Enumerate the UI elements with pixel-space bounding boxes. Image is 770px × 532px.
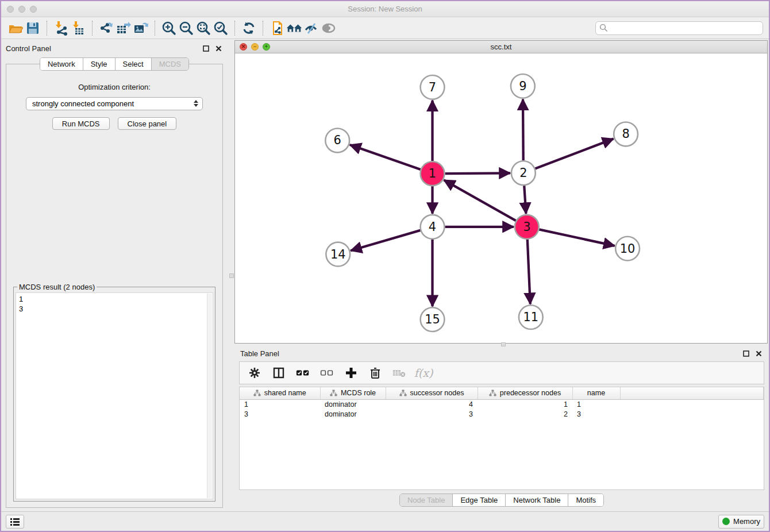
graph-node-4[interactable]: 4 <box>421 215 445 239</box>
splitter-grip[interactable] <box>229 273 234 278</box>
column-header-predecessor-nodes[interactable]: predecessor nodes <box>478 387 572 399</box>
graph-node-15[interactable]: 15 <box>421 307 445 331</box>
network-canvas[interactable]: 7968124314101511 <box>235 53 767 343</box>
new-network-from-selection-button[interactable] <box>268 20 286 37</box>
column-header-successor-nodes[interactable]: successor nodes <box>386 387 478 399</box>
show-all-button[interactable] <box>320 20 337 37</box>
graph-edge-4-14[interactable] <box>351 230 420 250</box>
graph-node-6[interactable]: 6 <box>325 129 349 153</box>
export-image-icon <box>133 20 149 36</box>
save-session-button[interactable] <box>24 20 41 37</box>
fit-content-button[interactable] <box>195 20 212 37</box>
zoom-out-button[interactable] <box>178 20 195 37</box>
memory-button[interactable]: Memory <box>718 515 764 529</box>
search-input[interactable] <box>608 24 759 32</box>
table-row[interactable]: 1dominator411 <box>240 399 764 409</box>
select-arrows-icon <box>194 100 198 107</box>
table-cell[interactable]: 4 <box>386 399 478 409</box>
export-image-button[interactable] <box>132 20 149 37</box>
tab-network[interactable]: Network <box>40 58 83 70</box>
graph-node-2[interactable]: 2 <box>511 161 536 185</box>
close-panel-button[interactable]: Close panel <box>118 117 177 130</box>
settings-gear-icon[interactable] <box>248 366 261 380</box>
graph-edge-1-6[interactable] <box>350 145 421 169</box>
control-panel-header: Control Panel <box>1 41 228 55</box>
criterion-select[interactable]: strongly connected component <box>26 97 203 110</box>
table-cell[interactable]: 3 <box>386 409 478 419</box>
network-window: ✕ − + scc.txt 7968124314101511 <box>234 40 768 344</box>
tab-mcds[interactable]: MCDS <box>151 58 188 70</box>
tab-node-table[interactable]: Node Table <box>400 494 453 506</box>
graph-node-8[interactable]: 8 <box>614 122 638 147</box>
column-header-name[interactable]: name <box>572 387 620 399</box>
column-header-shared-name[interactable]: shared name <box>240 387 320 399</box>
graph-edge-2-9[interactable] <box>523 99 523 161</box>
graph-node-7[interactable]: 7 <box>421 75 445 99</box>
select-all-icon[interactable] <box>296 366 310 380</box>
graph-node-10[interactable]: 10 <box>615 237 640 261</box>
tab-network-table[interactable]: Network Table <box>505 494 568 506</box>
tab-edge-table[interactable]: Edge Table <box>452 494 505 506</box>
mcds-result-list[interactable]: 1 3 <box>16 292 213 499</box>
table-cell[interactable]: 1 <box>572 399 620 409</box>
table-row[interactable]: 3dominator323 <box>240 409 764 419</box>
table-cell[interactable]: 3 <box>572 409 620 419</box>
network-canvas-svg[interactable]: 7968124314101511 <box>235 53 767 343</box>
table-cell[interactable]: dominator <box>320 399 386 409</box>
hide-selection-button[interactable] <box>303 20 320 37</box>
export-network-button[interactable] <box>98 20 115 37</box>
vertical-splitter[interactable] <box>229 39 234 511</box>
graph-node-14[interactable]: 14 <box>326 242 350 267</box>
export-table-button[interactable] <box>115 20 132 37</box>
horizontal-splitter[interactable] <box>234 344 768 346</box>
mcds-result-scrollbar[interactable] <box>207 294 212 498</box>
zoom-in-button[interactable] <box>160 20 178 37</box>
tab-motifs[interactable]: Motifs <box>568 494 603 506</box>
run-mcds-button[interactable]: Run MCDS <box>52 117 110 130</box>
graph-node-9[interactable]: 9 <box>511 74 535 98</box>
table-panel-header: Table Panel <box>239 346 764 360</box>
table-cell[interactable]: 2 <box>478 409 572 419</box>
add-column-icon[interactable] <box>344 366 358 380</box>
graph-edge-3-1[interactable] <box>444 180 515 221</box>
tab-select[interactable]: Select <box>115 58 151 70</box>
graph-node-3[interactable]: 3 <box>515 215 539 239</box>
import-network-button[interactable] <box>52 20 70 37</box>
graph-node-1[interactable]: 1 <box>421 161 445 186</box>
close-panel-icon[interactable] <box>754 349 763 358</box>
float-panel-icon[interactable] <box>201 44 210 53</box>
tab-style[interactable]: Style <box>83 58 115 70</box>
delete-column-icon[interactable] <box>368 366 382 380</box>
splitter-grip[interactable] <box>501 342 506 346</box>
float-panel-icon[interactable] <box>741 349 750 358</box>
table-toolbar: f(x) <box>239 361 764 384</box>
graph-edge-3-10[interactable] <box>539 229 614 245</box>
deselect-all-icon[interactable] <box>320 366 334 380</box>
task-history-button[interactable] <box>6 515 24 529</box>
column-header-MCDS-role[interactable]: MCDS role <box>320 387 386 399</box>
table-cell[interactable]: 3 <box>240 409 320 419</box>
zoom-selected-button[interactable] <box>212 20 229 37</box>
graph-edge-1-2[interactable] <box>445 173 510 174</box>
mcds-result-box: MCDS result (2 nodes) 1 3 <box>13 287 215 502</box>
graph-edge-2-3[interactable] <box>524 186 526 214</box>
graph-edge-3-11[interactable] <box>528 240 530 304</box>
delete-table-icon <box>392 366 406 380</box>
save-icon <box>25 21 40 36</box>
svg-text:11: 11 <box>523 310 538 324</box>
close-panel-icon[interactable] <box>214 44 223 53</box>
svg-text:3: 3 <box>523 220 530 234</box>
control-panel-title: Control Panel <box>6 44 51 53</box>
open-file-button[interactable] <box>7 20 24 37</box>
table-cell[interactable]: 1 <box>478 399 572 409</box>
graph-node-11[interactable]: 11 <box>519 305 543 329</box>
search-box[interactable] <box>595 21 763 35</box>
first-neighbors-button[interactable] <box>286 20 303 37</box>
table-cell[interactable]: dominator <box>320 409 386 419</box>
refresh-layout-button[interactable] <box>240 20 257 37</box>
table-cell[interactable]: 1 <box>240 399 320 409</box>
import-table-button[interactable] <box>70 20 87 37</box>
toolbar-separator <box>47 21 47 36</box>
column-selector-icon[interactable] <box>272 366 286 380</box>
graph-edge-2-8[interactable] <box>535 139 613 169</box>
